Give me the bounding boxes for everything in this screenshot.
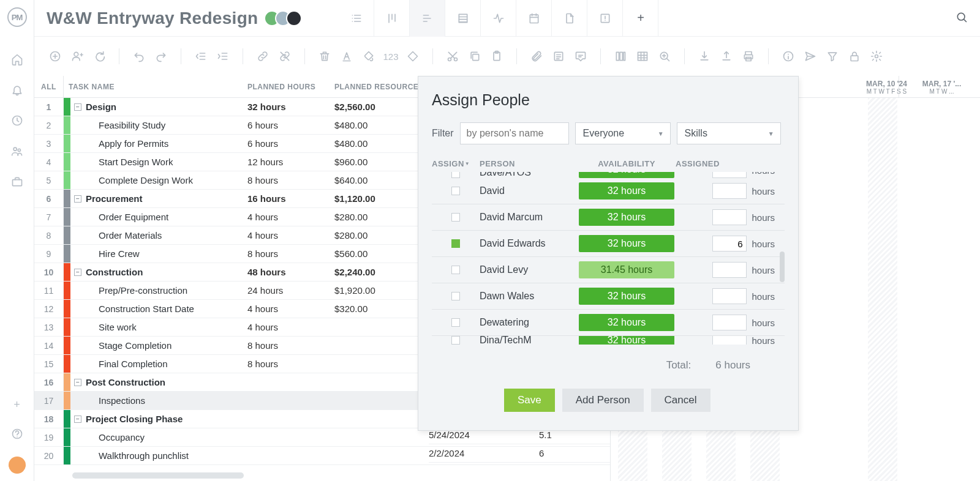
info-icon[interactable]	[781, 49, 796, 64]
assign-checkbox[interactable]	[451, 172, 460, 178]
clock-icon[interactable]	[10, 113, 24, 128]
cancel-button[interactable]: Cancel	[651, 389, 710, 412]
user-avatar[interactable]	[9, 457, 26, 474]
assigned-hours-input[interactable]	[712, 209, 747, 225]
col-person[interactable]: PERSON	[480, 159, 578, 168]
save-button[interactable]: Save	[504, 389, 555, 412]
cut-icon[interactable]	[445, 49, 460, 64]
hours-unit: hours	[752, 291, 775, 302]
copy-icon[interactable]	[467, 49, 482, 64]
modal-scrollbar[interactable]	[780, 252, 785, 282]
settings-icon[interactable]	[869, 49, 884, 64]
attach-icon[interactable]	[529, 49, 544, 64]
col-all[interactable]: ALL	[34, 76, 64, 97]
calendar-view-tab[interactable]	[516, 0, 552, 37]
add-task-icon[interactable]	[48, 49, 62, 64]
assign-checkbox[interactable]	[451, 336, 460, 345]
assign-checkbox[interactable]	[451, 292, 460, 300]
send-icon[interactable]	[803, 49, 818, 64]
assign-checkbox[interactable]	[451, 213, 460, 222]
assigned-hours-input[interactable]	[712, 315, 747, 330]
col-planned-hours[interactable]: PLANNED HOURS	[247, 83, 334, 91]
planned-hours: 48 hours	[247, 267, 334, 277]
board-view-tab[interactable]	[374, 0, 410, 37]
import-icon[interactable]	[697, 49, 712, 64]
person-row: David Marcum32 hourshours	[432, 204, 785, 231]
filter-name-input[interactable]	[460, 122, 569, 144]
lock-icon[interactable]	[847, 49, 862, 64]
print-icon[interactable]	[741, 49, 756, 64]
gantt-view-tab[interactable]	[410, 0, 445, 37]
text-color-icon[interactable]	[339, 49, 354, 64]
assigned-hours-input[interactable]	[712, 288, 747, 304]
assign-checkbox[interactable]	[451, 187, 460, 195]
fill-icon[interactable]	[361, 49, 376, 64]
row-number: 20	[34, 447, 64, 464]
status-bar	[64, 318, 70, 336]
columns-icon[interactable]	[613, 49, 628, 64]
number-format-icon[interactable]: 123	[383, 49, 398, 64]
col-assign[interactable]: ASSIGN▼	[432, 159, 480, 168]
project-members[interactable]	[269, 10, 302, 26]
unlink-icon[interactable]	[277, 49, 292, 64]
table-icon[interactable]	[635, 49, 650, 64]
hours-unit: hours	[752, 336, 775, 345]
collapse-toggle-icon[interactable]: −	[74, 195, 81, 203]
people-icon[interactable]	[10, 144, 24, 158]
list-view-tab[interactable]	[339, 0, 374, 37]
col-assigned[interactable]: ASSIGNED	[676, 159, 749, 168]
bell-icon[interactable]	[10, 83, 24, 97]
filter-icon[interactable]	[825, 49, 840, 64]
assigned-hours-input[interactable]	[712, 236, 747, 252]
sheet-view-tab[interactable]	[445, 0, 481, 37]
col-task-name[interactable]: TASK NAME	[64, 83, 247, 91]
comment-icon[interactable]	[573, 49, 588, 64]
link-icon[interactable]	[255, 49, 270, 64]
collapse-toggle-icon[interactable]: −	[74, 379, 81, 386]
assign-checkbox[interactable]	[451, 239, 460, 248]
assign-icon[interactable]	[70, 49, 85, 64]
collapse-toggle-icon[interactable]: −	[74, 269, 81, 276]
indent-icon[interactable]	[216, 49, 230, 64]
add-view-tab[interactable]: +	[623, 0, 658, 37]
shape-icon[interactable]	[405, 49, 420, 64]
outdent-icon[interactable]	[194, 49, 208, 64]
col-availability[interactable]: AVAILABILITY	[578, 159, 676, 168]
view-tabs: +	[339, 0, 658, 37]
filter-group-select[interactable]: Everyone▼	[575, 122, 671, 144]
add-person-button[interactable]: Add Person	[562, 389, 644, 412]
note-icon[interactable]	[551, 49, 566, 64]
member-avatar[interactable]	[286, 10, 302, 26]
task-name: Apply for Permits	[99, 138, 168, 149]
add-icon[interactable]: +	[13, 398, 20, 411]
svg-rect-20	[638, 52, 647, 60]
assigned-hours-input[interactable]	[712, 172, 747, 178]
file-view-tab[interactable]	[552, 0, 587, 37]
paste-icon[interactable]	[489, 49, 504, 64]
briefcase-icon[interactable]	[10, 174, 24, 189]
collapse-toggle-icon[interactable]: −	[74, 103, 81, 111]
filter-skills-select[interactable]: Skills▼	[677, 122, 781, 144]
assigned-hours-input[interactable]	[712, 262, 747, 278]
person-row: Dawn Wales32 hourshours	[432, 283, 785, 310]
assigned-hours-input[interactable]	[712, 183, 747, 199]
home-icon[interactable]	[10, 52, 24, 67]
zoom-icon[interactable]	[657, 49, 672, 64]
person-name: David Edwards	[480, 238, 578, 249]
assign-checkbox[interactable]	[451, 266, 460, 274]
export-icon[interactable]	[719, 49, 734, 64]
redo-icon[interactable]	[154, 49, 168, 64]
horizontal-scrollbar[interactable]	[72, 472, 244, 479]
delete-icon[interactable]	[317, 49, 332, 64]
activity-view-tab[interactable]	[481, 0, 516, 37]
search-icon[interactable]	[956, 11, 968, 26]
undo-icon[interactable]	[132, 49, 146, 64]
person-name: Dave/ATOS	[480, 172, 578, 178]
assigned-hours-input[interactable]	[712, 336, 747, 345]
risk-view-tab[interactable]	[587, 0, 623, 37]
refresh-icon[interactable]	[92, 49, 107, 64]
app-logo[interactable]: PM	[7, 7, 27, 27]
assign-checkbox[interactable]	[451, 318, 460, 327]
help-icon[interactable]	[10, 427, 24, 441]
collapse-toggle-icon[interactable]: −	[74, 416, 81, 423]
